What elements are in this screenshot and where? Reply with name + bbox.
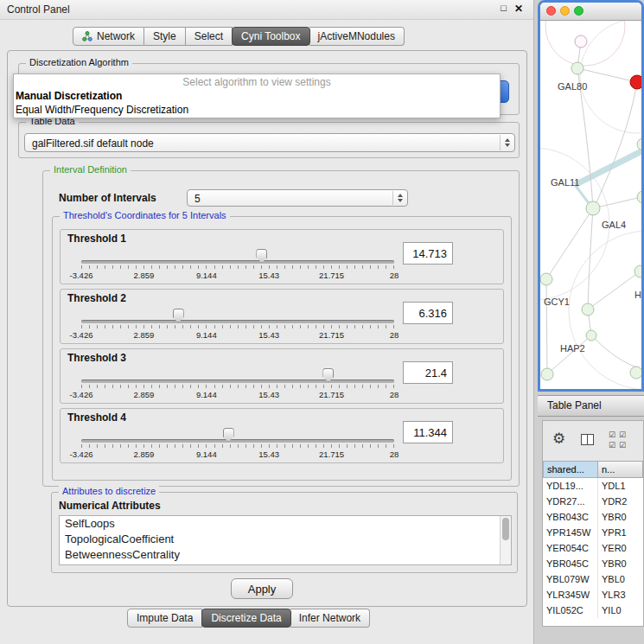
minimize-traffic-light-icon[interactable] [560, 6, 570, 16]
dropdown-placeholder[interactable]: Select algorithm to view settings [14, 75, 500, 89]
columns-icon[interactable] [581, 433, 594, 449]
group-title: Discretization Algorithm [26, 57, 132, 67]
network-canvas[interactable]: GAL80 GAL11 GAL4 GCY1 HAP2 H [540, 21, 641, 392]
threshold-3-value-field[interactable] [403, 361, 453, 384]
scale-label: 21.715 [319, 330, 344, 340]
slider-track[interactable] [81, 439, 394, 443]
network-node[interactable] [630, 367, 641, 379]
threshold-1-slider[interactable]: -3.426 2.859 9.144 15.43 21.715 28 [81, 247, 394, 282]
table-row[interactable]: YDR27...YDR2 [543, 494, 643, 509]
tab-cyni-toolbox[interactable]: Cyni Toolbox [232, 27, 309, 46]
cell[interactable]: YDR27... [543, 494, 598, 509]
scale-label: 9.144 [196, 271, 217, 280]
tab-jactivemnodules[interactable]: jActiveMNodules [309, 27, 405, 46]
gear-icon[interactable]: ⚙ [552, 430, 565, 448]
network-node-pink[interactable] [575, 35, 587, 48]
close-icon[interactable]: ✕ [514, 3, 523, 15]
cell[interactable]: YDL1 [598, 478, 643, 494]
table-row[interactable]: YLR345WYLR3 [543, 587, 643, 603]
tab-select[interactable]: Select [186, 27, 233, 46]
tab-infer-network[interactable]: Infer Network [290, 609, 370, 628]
cell[interactable]: YBR0 [598, 556, 643, 571]
list-item[interactable]: BetweennessCentrality [60, 547, 511, 563]
cell[interactable]: YBL079W [543, 571, 598, 587]
network-edge[interactable] [546, 279, 547, 374]
cell[interactable]: YBR0 [598, 509, 643, 525]
table-row[interactable]: YER054CYER0 [543, 540, 643, 556]
tab-network[interactable]: Network [73, 27, 144, 46]
close-traffic-light-icon[interactable] [546, 6, 556, 16]
threshold-2-slider[interactable]: -3.426 2.859 9.144 15.43 21.715 28 [81, 307, 394, 341]
checkbox-icon[interactable]: ☑ [619, 430, 629, 440]
table-row[interactable]: YBR045CYBR0 [543, 556, 643, 571]
checkbox-icon[interactable]: ☑ [609, 440, 619, 450]
table-row[interactable]: YPR145WYPR1 [543, 525, 643, 540]
cell[interactable]: YLR3 [598, 587, 643, 603]
cell[interactable]: YLR345W [543, 587, 598, 603]
network-node[interactable] [571, 62, 583, 74]
table-data-select[interactable]: galFiltered.sif default node [24, 133, 515, 152]
threshold-4-value-field[interactable] [403, 421, 453, 443]
threshold-4-slider[interactable]: -3.426 2.859 9.144 15.43 21.715 28 [81, 426, 394, 461]
slider-track[interactable] [81, 320, 394, 323]
network-node[interactable] [541, 368, 553, 380]
network-node-red[interactable] [630, 75, 641, 89]
network-edge[interactable] [595, 82, 637, 207]
threshold-1-value-field[interactable] [403, 242, 453, 265]
scrollbar-thumb[interactable] [502, 518, 509, 540]
tab-discretize-data[interactable]: Discretize Data [201, 609, 290, 628]
tab-impute-data[interactable]: Impute Data [127, 609, 202, 628]
cell[interactable]: YDR2 [598, 494, 643, 509]
network-edge[interactable] [588, 272, 639, 309]
network-node[interactable] [586, 330, 596, 341]
zoom-traffic-light-icon[interactable] [574, 6, 583, 16]
control-panel-titlebar: Control Panel □ ✕ [0, 0, 533, 20]
list-item[interactable]: SelfLoops [60, 516, 511, 532]
network-node[interactable] [634, 265, 641, 277]
number-of-intervals-select[interactable]: 5 [187, 189, 408, 207]
network-edge[interactable] [593, 197, 641, 208]
network-node[interactable] [586, 201, 600, 215]
cell[interactable]: YPR145W [543, 525, 598, 540]
cell[interactable]: YBL0 [598, 571, 643, 587]
table-row[interactable]: YIL052CYIL0 [543, 603, 643, 618]
cell[interactable]: YBR043C [543, 509, 598, 525]
cell[interactable]: YER0 [598, 540, 643, 556]
slider-track[interactable] [81, 260, 394, 264]
table-row[interactable]: YBR043CYBR0 [543, 509, 643, 525]
cell[interactable]: YBR045C [543, 556, 598, 571]
network-node[interactable] [637, 138, 641, 150]
selected-value: 5 [194, 190, 201, 207]
dropdown-option-equal-width[interactable]: Equal Width/Frequency Discretization [14, 103, 500, 117]
checkbox-icons[interactable]: ☑ ☑ ☑ ☑ [609, 430, 629, 450]
dropdown-option-manual[interactable]: Manual Discretization [14, 89, 500, 103]
network-node[interactable] [637, 191, 641, 203]
table-row[interactable]: YBL079WYBL0 [543, 571, 643, 587]
column-header-name[interactable]: n... [598, 461, 643, 478]
network-edge[interactable] [577, 68, 637, 82]
network-edge[interactable] [549, 335, 591, 373]
cell[interactable]: YDL19... [543, 478, 598, 494]
cell[interactable]: YER054C [543, 540, 598, 556]
table-row[interactable]: YDL19...YDL1 [543, 478, 643, 494]
network-edge[interactable] [588, 208, 593, 309]
apply-button[interactable]: Apply [231, 578, 293, 599]
list-item[interactable]: TopologicalCoefficient [60, 532, 511, 547]
threshold-2-value-field[interactable] [403, 302, 453, 324]
network-edge[interactable] [591, 335, 640, 368]
column-header-shared[interactable]: shared... [543, 461, 598, 478]
cell[interactable]: YIL0 [598, 603, 643, 618]
list-scrollbar[interactable] [500, 516, 511, 564]
cell[interactable]: YIL052C [543, 603, 598, 618]
network-node[interactable] [540, 273, 552, 285]
threshold-3-slider[interactable]: -3.426 2.859 9.144 15.43 21.715 28 [81, 367, 394, 401]
tab-style[interactable]: Style [144, 27, 186, 46]
network-edge[interactable] [546, 208, 593, 279]
checkbox-icon[interactable]: ☑ [619, 440, 629, 450]
slider-track[interactable] [81, 379, 394, 383]
float-icon[interactable]: □ [501, 3, 507, 15]
threshold-label: Threshold 4 [67, 411, 126, 424]
network-node[interactable] [582, 303, 594, 316]
checkbox-icon[interactable]: ☑ [609, 430, 619, 440]
cell[interactable]: YPR1 [598, 525, 643, 540]
